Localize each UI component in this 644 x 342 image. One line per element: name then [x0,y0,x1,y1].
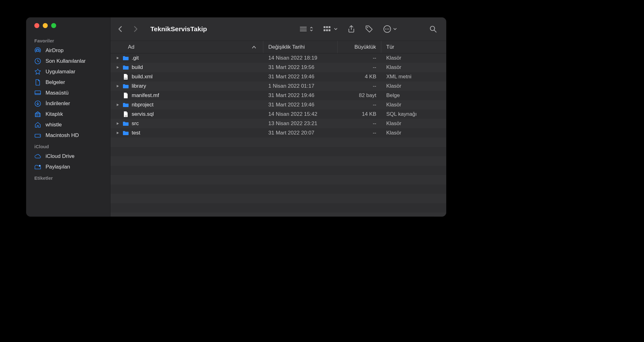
window-title: TeknikServisTakip [150,25,207,33]
close-window-button[interactable] [34,23,39,28]
file-size-cell: -- [338,63,381,72]
empty-row [110,175,446,184]
main-panel: TeknikServisTakip [110,17,446,217]
column-header-date[interactable]: Değişiklik Tarihi [263,41,338,53]
sidebar-item-label: Macintosh HD [46,132,79,139]
svg-rect-15 [326,29,328,31]
column-header-size[interactable]: Büyüklük [338,41,381,53]
svg-point-6 [39,135,40,136]
file-row[interactable]: test31 Mart 2022 20:07--Klasör [110,128,446,138]
file-date-cell: 14 Nisan 2022 18:19 [263,53,338,63]
file-type-cell: Klasör [381,100,446,110]
disclosure-triangle-icon[interactable] [115,56,120,60]
file-row[interactable]: nbproject31 Mart 2022 19:46--Klasör [110,100,446,110]
sidebar-item-label: Belgeler [46,79,65,86]
sidebar-item-shared[interactable]: Paylaşılan [26,162,110,172]
forward-button[interactable] [132,25,139,33]
file-date-cell: 31 Mart 2022 20:07 [263,128,338,138]
svg-point-0 [37,50,39,51]
library-icon [34,111,41,118]
sidebar-section-title: iCloud [26,141,110,151]
file-date-cell: 31 Mart 2022 19:46 [263,91,338,100]
sidebar-item-apps[interactable]: Uygulamalar [26,66,110,77]
sidebar-item-label: İndirilenler [46,100,70,107]
empty-row [110,194,446,203]
tags-button[interactable] [365,25,373,33]
file-name-cell: sqlservis.sql [110,110,263,119]
home-icon [34,121,41,128]
empty-row [110,156,446,166]
file-date-cell: 31 Mart 2022 19:46 [263,100,338,110]
file-row[interactable]: XMLbuild.xml31 Mart 2022 19:464 KBXML me… [110,72,446,81]
empty-row [110,203,446,213]
disclosure-triangle-icon[interactable] [115,66,120,69]
folder-icon [122,55,129,61]
empty-row [110,138,446,147]
search-button[interactable] [429,25,437,33]
sidebar-item-home[interactable]: whistle [26,120,110,130]
disclosure-triangle-icon[interactable] [115,85,120,88]
file-row[interactable]: src13 Nisan 2022 23:21--Klasör [110,119,446,128]
actions-button[interactable] [383,25,397,33]
share-button[interactable] [348,25,355,33]
disclosure-triangle-icon[interactable] [115,103,120,106]
apps-icon [34,68,41,75]
file-type-cell: SQL kaynağı [381,110,446,119]
file-name-cell: manifest.mf [110,91,263,100]
sidebar-item-library[interactable]: Kitaplık [26,109,110,120]
empty-row [110,147,446,156]
sidebar-item-label: AirDrop [46,47,64,54]
sidebar-item-label: Paylaşılan [46,164,70,170]
file-row[interactable]: library1 Nisan 2022 01:17--Klasör [110,81,446,91]
back-button[interactable] [117,25,124,33]
file-name-cell: nbproject [110,100,263,110]
file-row[interactable]: sqlservis.sql14 Nisan 2022 15:4214 KBSQL… [110,110,446,119]
svg-point-20 [387,29,388,30]
group-button[interactable] [323,26,338,32]
svg-rect-11 [324,26,325,28]
disclosure-triangle-icon[interactable] [115,122,120,125]
file-size-cell: -- [338,100,381,110]
file-name-cell: library [110,81,263,91]
folder-icon [122,120,129,127]
disk-icon [34,132,41,139]
shared-icon [34,164,41,170]
sidebar-item-download[interactable]: İndirilenler [26,98,110,109]
svg-rect-14 [324,29,325,31]
svg-text:XML: XML [124,77,128,79]
file-row[interactable]: build31 Mart 2022 19:56--Klasör [110,63,446,72]
sidebar-item-document[interactable]: Belgeler [26,77,110,88]
file-size-cell: 82 bayt [338,91,381,100]
file-name-label: .git [132,55,139,61]
file-type-cell: Klasör [381,53,446,63]
file-type-cell: Belge [381,91,446,100]
file-name-label: src [132,120,139,127]
sidebar-item-disk[interactable]: Macintosh HD [26,130,110,141]
sidebar-item-cloud[interactable]: iCloud Drive [26,151,110,162]
view-list-button[interactable] [300,26,313,32]
sidebar: FavorilerAirDropSon KullanılanlarUygulam… [26,17,110,217]
empty-row [110,166,446,175]
file-row[interactable]: .git14 Nisan 2022 18:19--Klasör [110,53,446,63]
sidebar-item-desktop[interactable]: Masaüstü [26,88,110,98]
svg-point-22 [430,26,435,31]
minimize-window-button[interactable] [43,23,48,28]
file-icon: sql [122,111,129,118]
file-name-cell: build [110,63,263,72]
svg-rect-2 [35,91,41,95]
sidebar-item-airdrop[interactable]: AirDrop [26,45,110,56]
sidebar-item-label: Son Kullanılanlar [46,58,86,64]
sidebar-section-title: Etiketler [26,172,110,183]
folder-icon [122,83,129,90]
columns-header: Ad Değişiklik Tarihi Büyüklük Tür [110,41,446,53]
sidebar-item-clock[interactable]: Son Kullanılanlar [26,56,110,66]
disclosure-triangle-icon[interactable] [115,131,120,134]
file-date-cell: 31 Mart 2022 19:56 [263,63,338,72]
zoom-window-button[interactable] [51,23,56,28]
column-header-name[interactable]: Ad [110,41,263,53]
file-list: .git14 Nisan 2022 18:19--Klasörbuild31 M… [110,53,446,217]
sidebar-item-label: whistle [46,122,62,128]
column-header-type[interactable]: Tür [381,41,446,53]
svg-point-21 [388,29,389,30]
file-row[interactable]: manifest.mf31 Mart 2022 19:4682 baytBelg… [110,91,446,100]
